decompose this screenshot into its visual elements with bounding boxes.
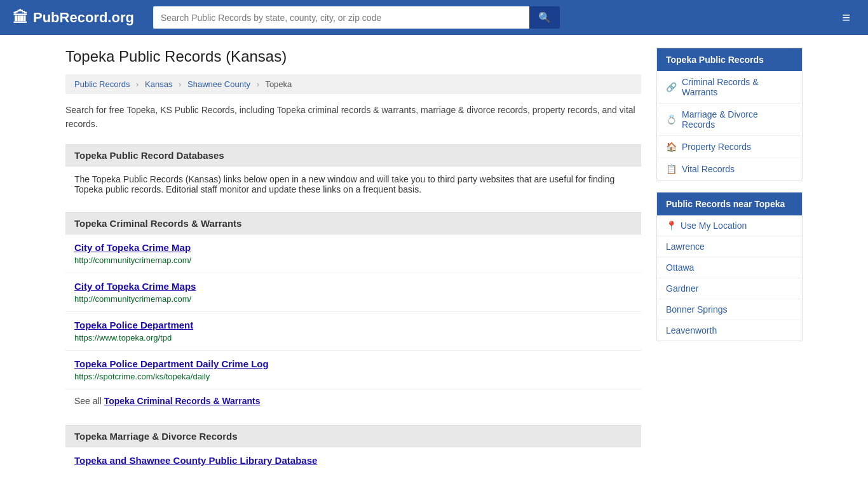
library-db-link[interactable]: Topeka and Shawnee County Public Library…	[74, 455, 632, 466]
topeka-records-header: Topeka Public Records	[657, 48, 802, 71]
criminal-header: Topeka Criminal Records & Warrants	[65, 212, 641, 234]
crime-map-link[interactable]: City of Topeka Crime Map	[74, 242, 632, 253]
nearby-ottawa[interactable]: Ottawa	[657, 257, 802, 278]
topeka-records-box: Topeka Public Records 🔗 Criminal Records…	[656, 48, 803, 180]
sidebar-marriage-label: Marriage & Divorce Records	[682, 109, 793, 130]
property-icon: 🏠	[666, 142, 677, 152]
search-form: 🔍	[153, 6, 560, 29]
menu-icon: ≡	[842, 10, 850, 25]
databases-section: Topeka Public Record Databases The Topek…	[65, 144, 641, 202]
record-entry: City of Topeka Crime Maps http://communi…	[65, 273, 641, 312]
crime-maps-url: http://communitycrimemap.com/	[74, 294, 191, 304]
logo-icon: 🏛	[13, 9, 28, 27]
search-icon: 🔍	[538, 12, 551, 23]
nearby-header: Public Records near Topeka	[657, 193, 802, 215]
use-my-location-item[interactable]: 📍 Use My Location	[657, 215, 802, 236]
record-entry: Topeka Police Department https://www.top…	[65, 312, 641, 351]
breadcrumb-topeka: Topeka	[265, 79, 292, 89]
header: 🏛 PubRecord.org 🔍 ≡	[0, 0, 868, 35]
crime-maps-link[interactable]: City of Topeka Crime Maps	[74, 281, 632, 292]
police-dept-link[interactable]: Topeka Police Department	[74, 320, 632, 330]
nearby-lawrence[interactable]: Lawrence	[657, 236, 802, 257]
logo-link[interactable]: 🏛 PubRecord.org	[13, 9, 134, 27]
marriage-icon: 💍	[666, 114, 677, 125]
breadcrumb-sep-1: ›	[136, 79, 139, 89]
nearby-bonner-springs[interactable]: Bonner Springs	[657, 299, 802, 320]
databases-description-text: The Topeka Public Records (Kansas) links…	[74, 174, 632, 194]
record-entry: City of Topeka Crime Map http://communit…	[65, 234, 641, 273]
crime-log-url: https://spotcrime.com/ks/topeka/daily	[74, 372, 210, 381]
criminal-section: Topeka Criminal Records & Warrants City …	[65, 212, 641, 415]
police-dept-url: https://www.topeka.org/tpd	[74, 333, 172, 342]
sidebar-item-vital[interactable]: 📋 Vital Records	[657, 158, 802, 180]
search-input[interactable]	[153, 6, 529, 29]
databases-header: Topeka Public Record Databases	[65, 144, 641, 166]
breadcrumb-kansas[interactable]: Kansas	[145, 79, 172, 89]
see-all-criminal-link[interactable]: Topeka Criminal Records & Warrants	[104, 396, 261, 406]
marriage-section: Topeka Marriage & Divorce Records Topeka…	[65, 425, 641, 475]
page-description: Search for free Topeka, KS Public Record…	[65, 103, 641, 132]
sidebar-criminal-label: Criminal Records & Warrants	[682, 77, 793, 97]
breadcrumb-sep-2: ›	[179, 79, 181, 89]
breadcrumb-shawnee-county[interactable]: Shawnee County	[187, 79, 250, 89]
record-entry: Topeka and Shawnee County Public Library…	[65, 447, 641, 475]
menu-button[interactable]: ≡	[837, 7, 855, 29]
sidebar-property-label: Property Records	[682, 142, 751, 152]
logo-text: PubRecord.org	[33, 10, 134, 26]
sidebar-vital-label: Vital Records	[682, 164, 735, 174]
nearby-box: Public Records near Topeka 📍 Use My Loca…	[656, 192, 803, 341]
sidebar: Topeka Public Records 🔗 Criminal Records…	[656, 48, 803, 485]
nearby-gardner[interactable]: Gardner	[657, 278, 802, 299]
nearby-leavenworth[interactable]: Leavenworth	[657, 320, 802, 341]
vital-icon: 📋	[666, 164, 677, 174]
crime-log-link[interactable]: Topeka Police Department Daily Crime Log	[74, 358, 632, 369]
breadcrumb: Public Records › Kansas › Shawnee County…	[65, 74, 641, 94]
see-all-text: See all	[74, 396, 104, 406]
see-all-row: See all Topeka Criminal Records & Warran…	[65, 390, 641, 415]
search-button[interactable]: 🔍	[529, 6, 560, 29]
record-entry: Topeka Police Department Daily Crime Log…	[65, 351, 641, 390]
sidebar-item-property[interactable]: 🏠 Property Records	[657, 136, 802, 158]
use-my-location-label: Use My Location	[681, 220, 747, 231]
sidebar-item-criminal[interactable]: 🔗 Criminal Records & Warrants	[657, 71, 802, 104]
databases-description: The Topeka Public Records (Kansas) links…	[65, 166, 641, 202]
page-title: Topeka Public Records (Kansas)	[65, 48, 641, 65]
main-wrapper: Topeka Public Records (Kansas) Public Re…	[53, 35, 815, 488]
criminal-icon: 🔗	[666, 82, 677, 92]
marriage-header: Topeka Marriage & Divorce Records	[65, 425, 641, 447]
breadcrumb-public-records[interactable]: Public Records	[74, 79, 130, 89]
content-area: Topeka Public Records (Kansas) Public Re…	[65, 48, 641, 485]
sidebar-item-marriage[interactable]: 💍 Marriage & Divorce Records	[657, 104, 802, 136]
crime-map-url: http://communitycrimemap.com/	[74, 255, 191, 265]
pin-icon: 📍	[666, 220, 677, 231]
breadcrumb-sep-3: ›	[257, 79, 259, 89]
